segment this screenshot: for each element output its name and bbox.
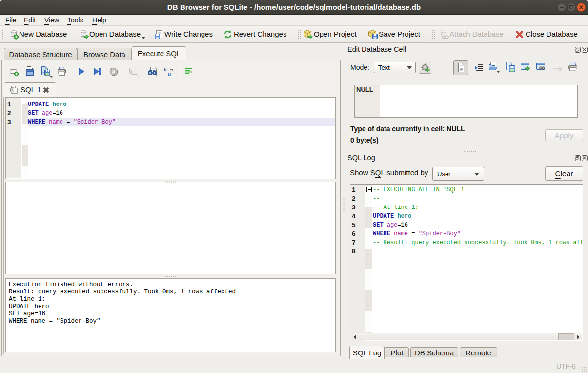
svg-text:a: a bbox=[168, 70, 171, 77]
svg-text:b: b bbox=[164, 67, 167, 72]
